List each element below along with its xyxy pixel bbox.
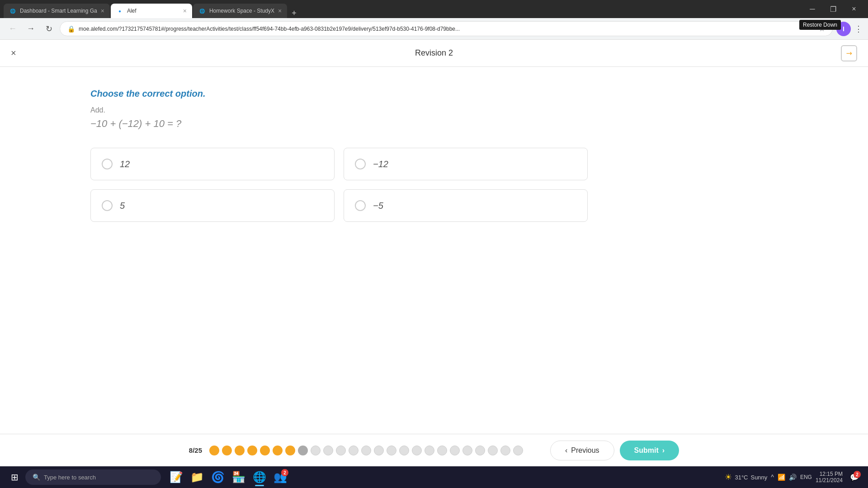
progress-dot-unanswered-8[interactable]: [412, 446, 422, 455]
progress-dot-unanswered-4[interactable]: [361, 446, 371, 455]
option-d[interactable]: −5: [344, 189, 588, 222]
refresh-button[interactable]: ↻: [42, 22, 56, 36]
progress-dot-unanswered-2[interactable]: [336, 446, 346, 455]
option-d-text: −5: [373, 201, 383, 211]
progress-dot-answered-1[interactable]: [222, 446, 232, 455]
volume-icon: 🔊: [789, 474, 797, 481]
progress-dot-unanswered-1[interactable]: [323, 446, 333, 455]
teams-badge: 2: [281, 469, 288, 476]
windows-icon: ⊞: [11, 472, 19, 483]
restore-down-tooltip: Restore Down: [799, 20, 841, 30]
tab3-title: Homework Space - StudyX: [209, 8, 274, 14]
progress-section: 8/25: [189, 446, 523, 455]
progress-dot-answered-0[interactable]: [209, 446, 219, 455]
weather-condition: Sunny: [750, 474, 767, 481]
folder-icon: 📁: [190, 471, 204, 483]
progress-dot-unanswered-0[interactable]: [311, 446, 321, 455]
progress-dot-answered-4[interactable]: [260, 446, 270, 455]
url-text: moe.alefed.com/?1732175745781#/progress/…: [79, 26, 815, 32]
tab1-close[interactable]: ×: [101, 7, 104, 14]
forward-button[interactable]: →: [24, 22, 38, 36]
language-button[interactable]: ENG: [800, 474, 812, 480]
option-d-radio[interactable]: [355, 200, 366, 211]
taskbar-chrome-app[interactable]: 🌐: [250, 467, 269, 487]
options-grid: 12 −12 5 −5: [90, 148, 588, 222]
previous-button[interactable]: ‹ Previous: [550, 441, 614, 460]
option-c-radio[interactable]: [102, 200, 113, 211]
tab-alef[interactable]: ● Alef ×: [111, 4, 192, 18]
url-bar[interactable]: 🔒 moe.alefed.com/?1732175745781#/progres…: [60, 21, 833, 36]
option-b-radio[interactable]: [355, 159, 366, 169]
taskbar-search-icon: 🔍: [33, 474, 40, 481]
tab1-title: Dashboard - Smart Learning Ga: [20, 8, 97, 14]
browser-menu-button[interactable]: ⋮: [854, 24, 863, 34]
question-subtitle: Add.: [90, 106, 778, 114]
app-title: Revision 2: [415, 48, 453, 58]
tab-studyx[interactable]: 🌐 Homework Space - StudyX ×: [193, 4, 287, 18]
up-arrow-icon[interactable]: ^: [771, 474, 774, 481]
tab2-close[interactable]: ×: [183, 7, 187, 14]
taskbar-search-placeholder: Type here to search: [44, 474, 96, 481]
taskbar-teams-app[interactable]: 👥 2: [270, 467, 290, 487]
taskbar-store-app[interactable]: 🏪: [229, 467, 249, 487]
tab2-favicon: ●: [116, 7, 123, 14]
notification-badge: 2: [854, 471, 861, 478]
tab3-close[interactable]: ×: [278, 7, 282, 14]
taskbar-search[interactable]: 🔍 Type here to search: [25, 469, 161, 485]
progress-dot-unanswered-5[interactable]: [374, 446, 384, 455]
progress-dot-unanswered-9[interactable]: [425, 446, 434, 455]
tab-dashboard[interactable]: 🌐 Dashboard - Smart Learning Ga ×: [4, 4, 110, 18]
tab-bar: 🌐 Dashboard - Smart Learning Ga × ● Alef…: [4, 0, 798, 18]
notification-button[interactable]: 💬 2: [846, 469, 863, 485]
submit-button[interactable]: Submit ›: [620, 441, 679, 460]
new-tab-button[interactable]: +: [288, 9, 300, 18]
main-content: Choose the correct option. Add. −10 + (−…: [0, 67, 868, 320]
close-window-button[interactable]: ×: [844, 2, 864, 16]
progress-dot-answered-2[interactable]: [235, 446, 245, 455]
progress-dot-answered-6[interactable]: [285, 446, 295, 455]
submit-chevron-icon: ›: [662, 446, 665, 455]
system-tray: ^: [771, 474, 774, 481]
progress-dot-unanswered-6[interactable]: [387, 446, 396, 455]
browser-titlebar: 🌐 Dashboard - Smart Learning Ga × ● Alef…: [0, 0, 868, 18]
progress-dot-current[interactable]: [298, 446, 308, 455]
restore-button[interactable]: ❐: [823, 2, 844, 16]
store-icon: 🏪: [232, 471, 245, 483]
progress-dot-unanswered-12[interactable]: [462, 446, 472, 455]
prev-chevron-icon: ‹: [565, 446, 567, 455]
back-button[interactable]: ←: [5, 22, 20, 36]
progress-dot-unanswered-7[interactable]: [399, 446, 409, 455]
window-controls: ─ ❐ ×: [802, 2, 864, 16]
progress-dot-unanswered-3[interactable]: [349, 446, 359, 455]
tab1-favicon: 🌐: [9, 7, 16, 14]
weather-widget: ☀ 31°C Sunny: [725, 472, 767, 482]
expand-button[interactable]: ↗: [841, 45, 857, 61]
option-c[interactable]: 5: [90, 189, 335, 222]
option-b[interactable]: −12: [344, 148, 588, 180]
option-a[interactable]: 12: [90, 148, 335, 180]
clock[interactable]: 12:15 PM 11/21/2024: [816, 471, 843, 483]
question-math: −10 + (−12) + 10 = ?: [90, 118, 778, 130]
start-button[interactable]: ⊞: [5, 468, 24, 486]
taskbar-edge-app[interactable]: 🌀: [208, 467, 228, 487]
progress-dot-unanswered-10[interactable]: [437, 446, 447, 455]
progress-dot-unanswered-15[interactable]: [500, 446, 510, 455]
taskbar-folder-app[interactable]: 📁: [187, 467, 207, 487]
progress-dot-answered-5[interactable]: [273, 446, 283, 455]
app-close-button[interactable]: ×: [11, 48, 16, 58]
taskbar-notes-app[interactable]: 📝: [166, 467, 186, 487]
progress-dot-unanswered-14[interactable]: [488, 446, 498, 455]
taskbar-apps: 📝 📁 🌀 🏪 🌐 👥 2: [166, 467, 290, 487]
progress-dot-answered-3[interactable]: [247, 446, 257, 455]
question-instruction: Choose the correct option.: [90, 89, 778, 99]
prev-button-label: Previous: [571, 446, 599, 455]
network-icon: 📶: [778, 474, 785, 481]
progress-dot-unanswered-11[interactable]: [450, 446, 460, 455]
option-a-radio[interactable]: [102, 159, 113, 169]
progress-dots: [209, 446, 523, 455]
option-a-text: 12: [120, 159, 130, 169]
progress-dot-unanswered-16[interactable]: [513, 446, 523, 455]
minimize-button[interactable]: ─: [802, 2, 823, 16]
secure-icon: 🔒: [67, 25, 75, 33]
progress-dot-unanswered-13[interactable]: [475, 446, 485, 455]
